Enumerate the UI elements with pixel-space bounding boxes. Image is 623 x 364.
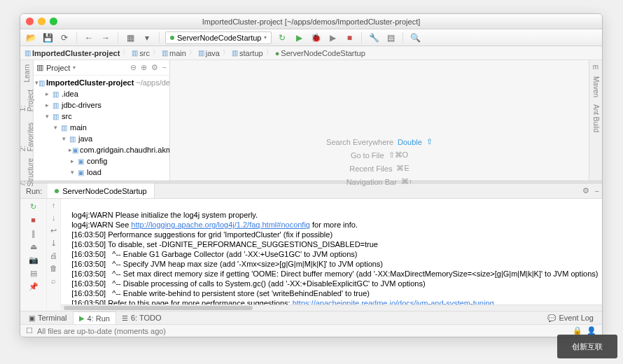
- forward-icon[interactable]: →: [99, 31, 112, 44]
- tab-terminal[interactable]: ▣Terminal: [23, 312, 73, 324]
- print-icon[interactable]: 🖨: [49, 251, 59, 261]
- pause-icon[interactable]: ‖: [28, 227, 39, 239]
- tool-ant[interactable]: Ant Build: [592, 103, 600, 134]
- run-icon[interactable]: ↻: [276, 31, 288, 44]
- editor-area: Search Everywhere Double ⇧ Go to File ⇧⌘…: [170, 60, 589, 181]
- run-side-toolbar: ↻ ■ ‖ ⏏ 📷 ▤ 📌: [20, 199, 47, 311]
- menu-icon[interactable]: ▾: [141, 31, 153, 44]
- settings-icon[interactable]: 🔧: [368, 31, 380, 44]
- layout-icon[interactable]: ▤: [28, 267, 39, 279]
- run-settings-icon[interactable]: ⚙: [580, 186, 592, 195]
- up-icon[interactable]: ↑: [49, 201, 59, 211]
- statusbar: ☐ All files are up-to-date (moments ago)…: [20, 324, 602, 337]
- structure-icon[interactable]: ▤: [384, 31, 397, 44]
- coverage-icon[interactable]: ▶: [326, 31, 339, 44]
- sidebar-title[interactable]: Project: [46, 64, 70, 72]
- run-tab[interactable]: ServerNodeCodeStartup: [48, 183, 154, 198]
- tool-favorites[interactable]: 2: Favorites: [20, 121, 34, 153]
- right-tool-strip: m Maven Ant Build: [589, 60, 602, 181]
- back-icon[interactable]: ←: [83, 31, 95, 44]
- breadcrumb[interactable]: ▥ImportedCluster-project 〉▥src 〉▥main 〉▥…: [20, 46, 602, 60]
- play-icon[interactable]: ▶: [293, 31, 305, 44]
- tab-eventlog[interactable]: 💬Event Log: [542, 312, 599, 324]
- run-config-name: ServerNodeCodeStartup: [177, 34, 261, 42]
- clear-icon[interactable]: 🗑: [49, 264, 59, 274]
- bottom-tool-tabs: ▣Terminal ▶4: Run ☰6: TODO 💬Event Log: [20, 311, 602, 324]
- run-config-selector[interactable]: ServerNodeCodeStartup ▾: [165, 31, 272, 44]
- run-side-toolbar-2: ↑ ↓ ↩ ⤓ 🖨 🗑 ⌕: [47, 199, 61, 311]
- rerun-icon[interactable]: ↻: [28, 201, 39, 212]
- minimize-icon[interactable]: [38, 18, 46, 25]
- left-tool-strip: Learn 1: Project 2: Favorites 7: Structu…: [20, 60, 34, 181]
- status-text: All files are up-to-date (moments ago): [37, 327, 166, 335]
- tool-maven[interactable]: Maven: [592, 75, 600, 99]
- crumb-root[interactable]: ImportedCluster-project: [32, 49, 120, 57]
- wrap-icon[interactable]: ↩: [49, 226, 59, 236]
- project-tree[interactable]: ▾▥ImportedCluster-project ~/apps/demos/I…: [34, 76, 169, 181]
- crumb-src[interactable]: src: [139, 49, 150, 57]
- scroll-icon[interactable]: ⤓: [49, 239, 59, 248]
- save-icon[interactable]: 💾: [41, 31, 54, 44]
- down-icon[interactable]: ↓: [49, 214, 59, 223]
- tool-project[interactable]: 1: Project: [20, 88, 34, 113]
- project-sidebar: ▥Project▾ ⊖ ⊕ ⚙ − ▾▥ImportedCluster-proj…: [34, 60, 170, 181]
- crumb-startup[interactable]: startup: [239, 49, 263, 57]
- open-icon[interactable]: 📂: [24, 31, 37, 44]
- crumb-main[interactable]: main: [169, 49, 186, 57]
- crumb-class[interactable]: ServerNodeCodeStartup: [281, 49, 365, 57]
- collapse-icon[interactable]: ⊖: [130, 63, 136, 72]
- tab-run[interactable]: ▶4: Run: [73, 312, 116, 324]
- hide-icon[interactable]: −: [162, 63, 167, 72]
- exit-icon[interactable]: ⏏: [28, 241, 39, 252]
- stop-icon[interactable]: ■: [343, 31, 356, 44]
- zoom-icon[interactable]: [50, 18, 57, 25]
- console-output[interactable]: log4j:WARN Please initialize the log4j s…: [61, 199, 602, 304]
- main-toolbar: 📂 💾 ⟳ ← → ▦ ▾ ServerNodeCodeStartup ▾ ↻ …: [20, 29, 602, 46]
- build-icon[interactable]: ▦: [124, 31, 136, 44]
- pin-icon[interactable]: 📌: [28, 281, 39, 292]
- run-panel: Run: ServerNodeCodeStartup ⚙ − ↻ ■ ‖ ⏏ 📷…: [20, 183, 602, 311]
- watermark: 创新互联: [557, 335, 617, 358]
- tab-todo[interactable]: ☰6: TODO: [116, 312, 167, 324]
- tool-learn[interactable]: Learn: [23, 63, 31, 84]
- crumb-java[interactable]: java: [206, 49, 220, 57]
- filter-icon[interactable]: ⌕: [49, 276, 59, 286]
- gear-icon[interactable]: ⚙: [151, 63, 158, 72]
- target-icon[interactable]: ⊕: [141, 63, 147, 72]
- stop-icon[interactable]: ■: [28, 214, 39, 225]
- debug-icon[interactable]: 🐞: [309, 31, 322, 44]
- search-icon[interactable]: 🔍: [409, 31, 421, 44]
- sync-icon[interactable]: ⟳: [58, 31, 71, 44]
- dump-icon[interactable]: 📷: [28, 254, 39, 265]
- window-title: ImportedCluster-project [~/apps/demos/Im…: [20, 18, 602, 26]
- close-icon[interactable]: [26, 18, 34, 25]
- titlebar: ImportedCluster-project [~/apps/demos/Im…: [20, 14, 602, 29]
- tool-structure[interactable]: 7: Structure: [20, 157, 34, 188]
- h-scrollbar[interactable]: [61, 304, 602, 311]
- run-minimize-icon[interactable]: −: [592, 187, 602, 195]
